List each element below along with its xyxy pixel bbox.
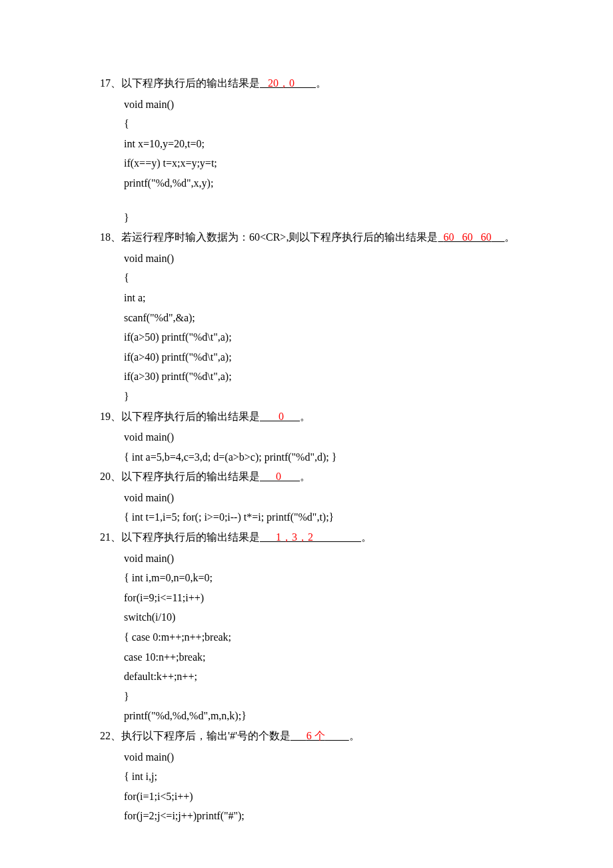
q17-answer: 20，0 — [268, 77, 295, 89]
code-line: printf("%d,%d",x,y); — [124, 173, 513, 193]
q18-blank-r — [491, 231, 504, 243]
q17-blank-r — [295, 77, 316, 89]
code-line: void main() — [124, 747, 513, 767]
code-line: { — [124, 114, 513, 134]
q20-blank-l — [260, 471, 276, 482]
question-21: 21、以下程序执行后的输出结果是 1，3，2 。 — [100, 527, 513, 547]
code-line: for(j=2;j<=i;j++)printf("#"); — [124, 806, 513, 826]
q22-code: void main() { int i,j; for(i=1;i<5;i++) … — [124, 747, 513, 826]
q21-blank-r — [313, 531, 361, 543]
code-line: { case 0:m++;n++;break; — [124, 627, 513, 647]
code-line: if(a>40) printf("%d\t",a); — [124, 347, 513, 367]
q18-suffix: 。 — [504, 231, 515, 243]
q21-suffix: 。 — [361, 531, 372, 543]
q22-text: 22、执行以下程序后，输出'#'号的个数是 — [100, 730, 291, 741]
q17-suffix: 。 — [316, 77, 326, 89]
question-17: 17、以下程序执行后的输出结果是 20，0 。 — [100, 73, 513, 93]
q19-text: 19、以下程序执行后的输出结果是 — [100, 411, 260, 422]
q20-answer: 0 — [276, 471, 281, 482]
q17-blank-l — [260, 77, 268, 89]
code-line: void main() — [124, 549, 513, 569]
code-line: } — [124, 387, 513, 407]
q21-text: 21、以下程序执行后的输出结果是 — [100, 531, 260, 543]
code-line: switch(i/10) — [124, 607, 513, 627]
code-line: { int t=1,i=5; for(; i>=0;i--) t*=i; pri… — [124, 507, 513, 527]
q18-text: 18、若运行程序时输入数据为：60<CR>,则以下程序执行后的输出结果是 — [100, 231, 438, 243]
q19-code: void main() { int a=5,b=4,c=3,d; d=(a>b>… — [124, 427, 513, 467]
q21-answer: 1，3，2 — [276, 531, 313, 543]
q20-code: void main() { int t=1,i=5; for(; i>=0;i-… — [124, 488, 513, 527]
document-page: 17、以下程序执行后的输出结果是 20，0 。 void main() { in… — [0, 0, 613, 866]
q22-blank-l — [291, 730, 306, 741]
q18-answer: 60 60 60 — [443, 231, 491, 243]
code-line: } — [124, 208, 513, 228]
code-blank — [124, 193, 513, 208]
q19-blank-l — [260, 411, 279, 422]
code-line: if(a>50) printf("%d\t",a); — [124, 327, 513, 347]
q21-code: void main() { int i,m=0,n=0,k=0; for(i=9… — [124, 549, 513, 726]
code-line: { int i,j; — [124, 767, 513, 787]
q20-blank-r — [281, 471, 300, 482]
code-line: for(i=1;i<5;i++) — [124, 787, 513, 807]
q22-blank-r — [325, 730, 349, 741]
question-22: 22、执行以下程序后，输出'#'号的个数是 6 个 。 — [100, 726, 513, 746]
code-line: void main() — [124, 249, 513, 269]
q21-blank-l — [260, 531, 276, 543]
code-line: void main() — [124, 488, 513, 508]
question-20: 20、以下程序执行后的输出结果是 0 。 — [100, 467, 513, 487]
question-18: 18、若运行程序时输入数据为：60<CR>,则以下程序执行后的输出结果是 60 … — [100, 227, 513, 247]
code-line: { — [124, 268, 513, 288]
code-line: printf("%d,%d,%d",m,n,k);} — [124, 706, 513, 726]
code-line: int a; — [124, 288, 513, 308]
q18-code: void main() { int a; scanf("%d",&a); if(… — [124, 249, 513, 407]
code-line: for(i=9;i<=11;i++) — [124, 588, 513, 608]
question-19: 19、以下程序执行后的输出结果是 0 。 — [100, 407, 513, 427]
code-line: } — [124, 687, 513, 707]
code-line: scanf("%d",&a); — [124, 308, 513, 328]
code-line: void main() — [124, 427, 513, 447]
code-line: default:k++;n++; — [124, 667, 513, 687]
q20-text: 20、以下程序执行后的输出结果是 — [100, 471, 260, 482]
code-line: void main() — [124, 95, 513, 115]
q19-suffix: 。 — [300, 411, 310, 422]
code-line: { int i,m=0,n=0,k=0; — [124, 568, 513, 588]
code-line: { int a=5,b=4,c=3,d; d=(a>b>c); printf("… — [124, 447, 513, 467]
q19-blank-r — [284, 411, 300, 422]
q22-suffix: 。 — [349, 730, 360, 741]
code-line: case 10:n++;break; — [124, 647, 513, 667]
q17-code: void main() { int x=10,y=20,t=0; if(x==y… — [124, 95, 513, 228]
q22-answer: 6 个 — [306, 730, 325, 741]
q20-suffix: 。 — [300, 471, 310, 482]
code-line: if(x==y) t=x;x=y;y=t; — [124, 153, 513, 173]
code-line: if(a>30) printf("%d\t",a); — [124, 367, 513, 387]
q19-answer: 0 — [279, 411, 284, 422]
q17-text: 17、以下程序执行后的输出结果是 — [100, 77, 260, 89]
code-line: int x=10,y=20,t=0; — [124, 134, 513, 154]
